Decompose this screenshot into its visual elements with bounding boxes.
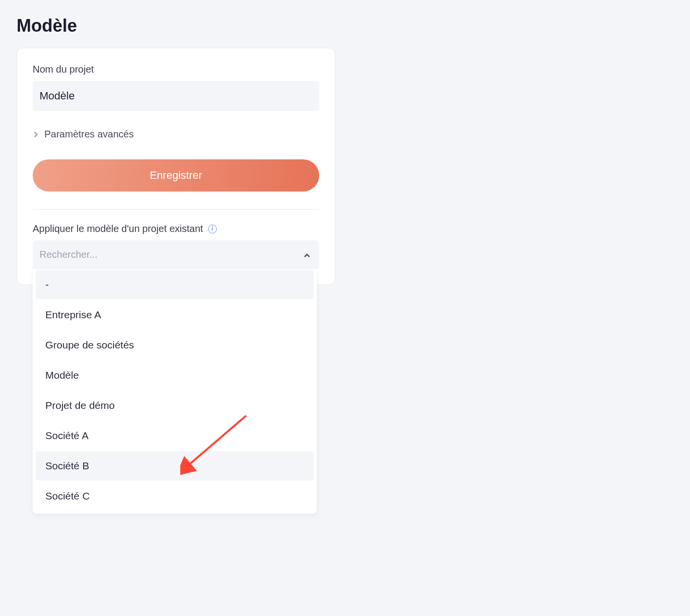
template-option[interactable]: Entreprise A bbox=[36, 300, 314, 329]
project-name-label: Nom du projet bbox=[33, 64, 319, 75]
template-dropdown-list: -Entreprise AGroupe de sociétésModèlePro… bbox=[33, 269, 317, 514]
save-button[interactable]: Enregistrer bbox=[33, 159, 319, 192]
advanced-params-toggle[interactable]: Paramètres avancés bbox=[33, 129, 319, 140]
template-section-header: Appliquer le modèle d'un projet existant… bbox=[33, 223, 319, 234]
template-dropdown[interactable]: -Entreprise AGroupe de sociétésModèlePro… bbox=[33, 240, 319, 269]
template-section-label: Appliquer le modèle d'un projet existant bbox=[33, 223, 203, 234]
chevron-right-icon bbox=[33, 131, 39, 138]
project-name-input[interactable] bbox=[33, 81, 319, 111]
template-search-input[interactable] bbox=[33, 240, 319, 269]
info-icon[interactable]: i bbox=[208, 225, 217, 233]
template-option[interactable]: - bbox=[36, 270, 314, 299]
divider bbox=[33, 209, 319, 210]
page-title: Modèle bbox=[0, 0, 690, 48]
template-option[interactable]: Groupe de sociétés bbox=[36, 330, 314, 360]
template-option[interactable]: Projet de démo bbox=[36, 391, 314, 420]
template-option[interactable]: Modèle bbox=[36, 361, 314, 390]
advanced-params-label: Paramètres avancés bbox=[44, 129, 134, 140]
model-form-card: Nom du projet Paramètres avancés Enregis… bbox=[17, 48, 335, 285]
template-option[interactable]: Société A bbox=[36, 421, 314, 450]
template-option[interactable]: Société C bbox=[36, 481, 314, 511]
template-option[interactable]: Société B bbox=[36, 451, 314, 481]
